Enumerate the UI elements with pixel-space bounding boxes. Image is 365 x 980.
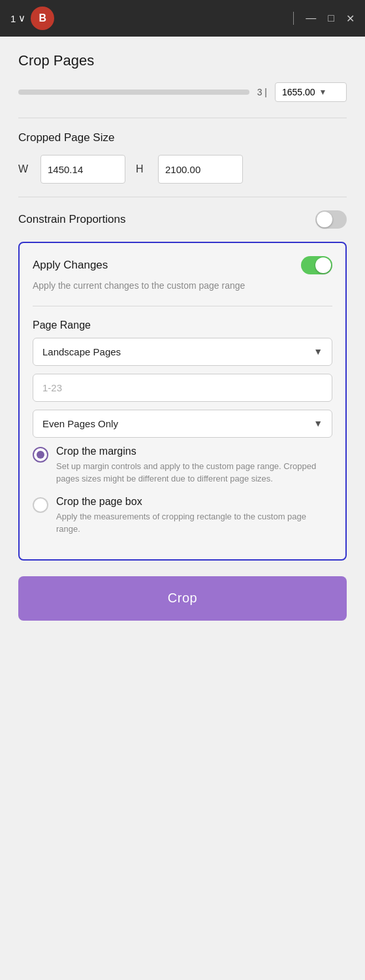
- crop-page-box-option[interactable]: Crop the page box Apply the measurements…: [33, 496, 332, 536]
- apply-changes-label: Apply Changes: [33, 259, 108, 272]
- dropdown-value: 1655.00: [282, 87, 315, 97]
- avatar[interactable]: B: [31, 7, 54, 30]
- crop-margins-label: Crop the margins: [56, 446, 332, 457]
- page-number-dropdown[interactable]: 1 ∨: [10, 12, 25, 24]
- divider-3: [33, 306, 332, 306]
- even-pages-dropdown[interactable]: Even Pages Only ▼: [33, 410, 332, 438]
- page-range-placeholder: 1-23: [42, 382, 62, 393]
- width-field[interactable]: [41, 159, 125, 180]
- landscape-pages-value: Landscape Pages: [42, 346, 121, 357]
- height-label: H: [136, 163, 148, 175]
- minimize-button[interactable]: —: [306, 12, 316, 24]
- apply-changes-box: Apply Changes Apply the current changes …: [18, 242, 347, 561]
- landscape-dropdown-arrow: ▼: [313, 346, 323, 357]
- titlebar: 1 ∨ B — □ ✕: [0, 0, 365, 37]
- titlebar-separator: [293, 12, 294, 25]
- page-range-input[interactable]: 1-23: [33, 374, 332, 402]
- crop-button-label: Crop: [168, 591, 197, 606]
- page-range-label: Page Range: [33, 319, 332, 331]
- crop-margins-radio[interactable]: [33, 447, 48, 463]
- apply-changes-description: Apply the current changes to the custom …: [33, 280, 332, 293]
- crop-page-box-label: Crop the page box: [56, 496, 332, 508]
- avatar-letter: B: [39, 12, 47, 24]
- apply-changes-row: Apply Changes: [33, 256, 332, 274]
- even-pages-arrow: ▼: [313, 418, 323, 429]
- divider-2: [18, 197, 347, 197]
- size-row: W ▲ ▼ H ▲ ▼: [18, 155, 347, 184]
- toggle-knob: [317, 212, 332, 227]
- page-title: Crop Pages: [18, 52, 347, 69]
- titlebar-right: — □ ✕: [293, 12, 355, 25]
- crop-margins-text: Crop the margins Set up margin controls …: [56, 446, 332, 485]
- constrain-proportions-toggle[interactable]: [315, 210, 347, 229]
- slider-value-label: 3 |: [257, 87, 267, 97]
- titlebar-left: 1 ∨ B: [10, 7, 54, 30]
- even-pages-value: Even Pages Only: [42, 418, 118, 429]
- apply-toggle-knob: [315, 257, 331, 273]
- close-button[interactable]: ✕: [346, 12, 355, 25]
- crop-page-box-description: Apply the measurements of cropping recta…: [56, 510, 332, 536]
- dropdown-arrow: ▼: [319, 88, 327, 97]
- page-dropdown-arrow: ∨: [18, 12, 25, 24]
- apply-changes-toggle[interactable]: [301, 256, 332, 274]
- constrain-proportions-label: Constrain Proportions: [18, 213, 125, 226]
- top-row: 3 | 1655.00 ▼: [18, 82, 347, 102]
- width-input[interactable]: ▲ ▼: [40, 155, 125, 184]
- constrain-proportions-row: Constrain Proportions: [18, 210, 347, 229]
- page-number: 1: [10, 13, 16, 24]
- maximize-button[interactable]: □: [328, 12, 334, 24]
- height-field[interactable]: [159, 159, 243, 180]
- landscape-pages-dropdown[interactable]: Landscape Pages ▼: [33, 338, 332, 366]
- radio-inner: [37, 451, 44, 459]
- divider-1: [18, 118, 347, 118]
- crop-margins-description: Set up margin controls and apply to the …: [56, 460, 332, 485]
- crop-page-box-radio[interactable]: [33, 497, 48, 513]
- slider-track[interactable]: [18, 90, 249, 95]
- crop-margins-option[interactable]: Crop the margins Set up margin controls …: [33, 446, 332, 485]
- cropped-page-size-label: Cropped Page Size: [18, 131, 347, 144]
- crop-page-box-text: Crop the page box Apply the measurements…: [56, 496, 332, 536]
- value-dropdown[interactable]: 1655.00 ▼: [275, 82, 347, 102]
- crop-button[interactable]: Crop: [18, 576, 347, 621]
- width-label: W: [18, 163, 30, 175]
- main-content: Crop Pages 3 | 1655.00 ▼ Cropped Page Si…: [0, 37, 365, 980]
- height-input[interactable]: ▲ ▼: [158, 155, 243, 184]
